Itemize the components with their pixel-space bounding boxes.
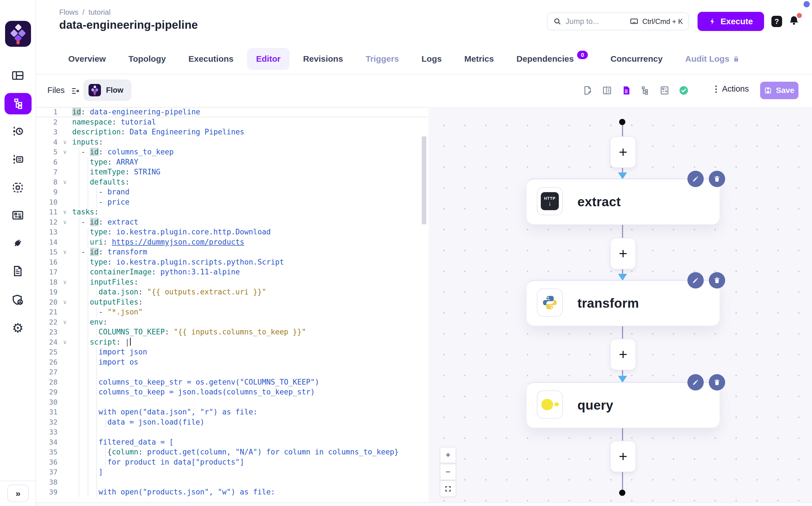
files-label[interactable]: Files <box>47 86 65 95</box>
editor-line-39[interactable]: 39with open("products.json", "w") as fil… <box>35 487 429 497</box>
editor-line-25[interactable]: 25import json <box>35 347 429 357</box>
delete-task-button[interactable] <box>709 171 725 187</box>
scrollbar-thumb[interactable] <box>422 136 426 224</box>
editor-line-22[interactable]: 22∨env: <box>35 317 429 327</box>
tab-metrics[interactable]: Metrics <box>455 48 503 70</box>
tab-dependencies[interactable]: Dependencies0 <box>508 48 597 70</box>
editor-line-34[interactable]: 34filtered_data = [ <box>35 437 429 447</box>
task-node-transform[interactable]: transform <box>526 280 720 326</box>
editor-line-6[interactable]: 6type: ARRAY <box>35 157 429 167</box>
sidebar-item-security[interactable] <box>0 289 35 312</box>
editor-line-12[interactable]: 12∨- id: extract <box>35 217 429 227</box>
yaml-editor[interactable]: 1id: data-engineering-pipeline2namespace… <box>35 107 429 502</box>
sidebar-item-namespaces[interactable] <box>0 204 35 227</box>
editor-line-32[interactable]: 32data = json.load(file) <box>35 417 429 427</box>
zoom-in-button[interactable]: + <box>440 447 456 463</box>
editor-line-10[interactable]: 10- price <box>35 197 429 207</box>
save-button[interactable]: Save <box>760 82 799 99</box>
editor-line-7[interactable]: 7itemType: STRING <box>35 167 429 177</box>
help-button[interactable]: ? <box>771 16 782 27</box>
editor-line-21[interactable]: 21- "*.json" <box>35 307 429 317</box>
editor-line-16[interactable]: 16type: io.kestra.plugin.scripts.python.… <box>35 257 429 267</box>
jump-to-search[interactable]: Jump to... Ctrl/Cmd + K <box>547 12 689 30</box>
task-node-query[interactable]: query <box>526 382 720 428</box>
add-task-button-3[interactable]: + <box>610 339 636 370</box>
tab-executions[interactable]: Executions <box>179 48 242 70</box>
editor-line-5[interactable]: 5∨- id: columns_to_keep <box>35 147 429 157</box>
delete-task-button[interactable] <box>709 272 725 288</box>
editor-line-15[interactable]: 15∨- id: transform <box>35 247 429 257</box>
topology-canvas[interactable]: + + + + HTTP↓ extract transform <box>429 107 812 502</box>
notifications-button[interactable] <box>788 14 801 29</box>
add-task-button-1[interactable]: + <box>610 136 636 168</box>
editor-line-20[interactable]: 20∨outputFiles: <box>35 297 429 307</box>
tab-overview[interactable]: Overview <box>59 48 115 70</box>
tab-logs[interactable]: Logs <box>413 48 451 70</box>
tab-audit-logs[interactable]: Audit Logs <box>676 48 749 70</box>
actions-button[interactable]: ⋮ Actions <box>712 84 749 94</box>
tab-topology[interactable]: Topology <box>119 48 175 70</box>
zoom-out-button[interactable]: − <box>440 464 456 480</box>
tab-flow-file[interactable]: Flow <box>83 79 131 101</box>
editor-line-11[interactable]: 11∨tasks: <box>35 207 429 217</box>
file-edit-icon[interactable] <box>583 85 593 96</box>
editor-line-24[interactable]: 24∨script: | <box>35 337 429 347</box>
editor-line-19[interactable]: 19data.json: "{{ outputs.extract.uri }}" <box>35 287 429 297</box>
execute-button[interactable]: Execute <box>697 12 764 31</box>
add-task-button-4[interactable]: + <box>610 441 636 472</box>
sidebar-item-plugins[interactable] <box>0 232 35 254</box>
editor-line-8[interactable]: 8∨defaults: <box>35 177 429 187</box>
editor-line-35[interactable]: 35{column: product.get(column, "N/A") fo… <box>35 447 429 457</box>
blueprint-panel-icon[interactable] <box>659 85 670 96</box>
editor-line-1[interactable]: 1id: data-engineering-pipeline <box>35 107 429 117</box>
editor-line-36[interactable]: 36for product in data["products"] <box>35 457 429 468</box>
editor-line-27[interactable]: 27 <box>35 367 429 377</box>
edit-task-button[interactable] <box>687 374 704 391</box>
breadcrumb[interactable]: Flows / tutorial <box>59 8 110 17</box>
delete-task-button[interactable] <box>709 374 725 391</box>
topology-view-icon[interactable] <box>640 85 651 96</box>
files-toggle-icon[interactable] <box>71 86 80 96</box>
tab-revisions[interactable]: Revisions <box>294 48 352 70</box>
sidebar-item-flows[interactable] <box>4 93 31 114</box>
editor-line-31[interactable]: 31with open("data.json", "r") as file: <box>35 407 429 417</box>
code-view-icon[interactable] <box>621 85 632 96</box>
editor-line-38[interactable]: 38 <box>35 477 429 487</box>
breadcrumb-current[interactable]: tutorial <box>88 8 110 16</box>
sidebar-item-dashboard[interactable] <box>0 64 35 87</box>
collapse-sidebar-button[interactable]: » <box>7 485 29 502</box>
editor-line-26[interactable]: 26import os <box>35 357 429 367</box>
editor-line-4[interactable]: 4∨inputs: <box>35 137 429 147</box>
editor-line-29[interactable]: 29columns_to_keep = json.loads(columns_t… <box>35 387 429 397</box>
line-number: 30 <box>35 397 58 407</box>
editor-line-2[interactable]: 2namespace: tutorial <box>35 117 429 128</box>
fullscreen-button[interactable] <box>440 481 456 497</box>
edit-task-button[interactable] <box>687 171 704 187</box>
sidebar-item-logs[interactable] <box>0 148 35 171</box>
editor-line-30[interactable]: 30 <box>35 397 429 407</box>
editor-scrollbar[interactable] <box>421 107 427 502</box>
editor-line-13[interactable]: 13type: io.kestra.plugin.core.http.Downl… <box>35 227 429 237</box>
edit-task-button[interactable] <box>687 272 704 288</box>
sidebar-item-docs[interactable] <box>0 260 35 282</box>
task-node-extract[interactable]: HTTP↓ extract <box>526 179 720 225</box>
tab-triggers[interactable]: Triggers <box>357 48 408 70</box>
editor-line-33[interactable]: 33 <box>35 427 429 437</box>
editor-line-23[interactable]: 23COLUMNS_TO_KEEP: "{{ inputs.columns_to… <box>35 327 429 337</box>
tab-editor[interactable]: Editor <box>247 48 290 70</box>
editor-line-3[interactable]: 3description: Data Engineering Pipelines <box>35 127 429 137</box>
sidebar-item-blueprints[interactable] <box>0 176 35 199</box>
editor-line-18[interactable]: 18∨inputFiles: <box>35 277 429 287</box>
breadcrumb-root[interactable]: Flows <box>59 8 78 16</box>
sidebar-item-executions[interactable] <box>0 120 35 143</box>
kestra-logo[interactable] <box>5 21 31 47</box>
sidebar-item-settings[interactable]: ⚙ <box>0 317 35 339</box>
editor-line-9[interactable]: 9- brand <box>35 187 429 197</box>
editor-line-37[interactable]: 37] <box>35 467 429 477</box>
editor-line-28[interactable]: 28columns_to_keep_str = os.getenv("COLUM… <box>35 377 429 388</box>
doc-panel-icon[interactable] <box>602 85 612 96</box>
editor-line-17[interactable]: 17containerImage: python:3.11-alpine <box>35 267 429 277</box>
editor-line-14[interactable]: 14uri: https://dummyjson.com/products <box>35 237 429 247</box>
add-task-button-2[interactable]: + <box>610 238 636 269</box>
tab-concurrency[interactable]: Concurrency <box>601 48 672 70</box>
